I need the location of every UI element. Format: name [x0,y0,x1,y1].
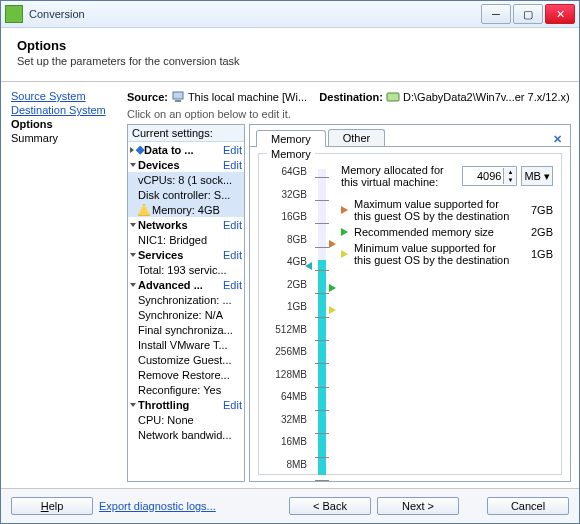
svg-rect-2 [387,93,399,101]
current-settings-panel: Current settings: ◆ Data to ...EditDevic… [127,124,245,482]
settings-row[interactable]: Advanced ...Edit [128,277,244,292]
page-subtitle: Set up the parameters for the conversion… [17,55,563,67]
settings-row[interactable]: NIC1: Bridged [128,232,244,247]
help-button[interactable]: Help [11,497,93,515]
export-logs-link[interactable]: Export diagnostic logs... [99,500,216,512]
settings-row[interactable]: Synchronization: ... [128,292,244,307]
source-label: Source: [127,91,168,103]
edit-link[interactable]: Edit [223,219,242,231]
edit-link[interactable]: Edit [223,279,242,291]
marker-icon [341,250,348,258]
memory-unit-select[interactable]: MB ▾ [521,166,553,186]
header-pane: Options Set up the parameters for the co… [1,28,579,82]
maximize-button[interactable]: ▢ [513,4,543,24]
page-title: Options [17,38,563,53]
alloc-label: Memory allocated for this virtual machin… [341,164,458,188]
memory-legend: Memory [267,148,315,160]
settings-row[interactable]: CPU: None [128,412,244,427]
back-button[interactable]: < Back [289,497,371,515]
memory-fieldset: Memory 64GB32GB16GB8GB4GB2GB1GB512MB256M… [258,153,562,475]
tab-close-icon[interactable]: ✕ [549,133,566,146]
spin-down[interactable]: ▼ [503,176,516,184]
detail-tabs: Memory Other ✕ [250,125,570,147]
app-icon [5,5,23,23]
marker-current-icon [305,262,312,270]
memory-marker-row: Recommended memory size2GB [341,226,553,238]
memory-marker-row: Maximum value supported for this guest O… [341,198,553,222]
edit-hint: Click on an option below to edit it. [127,108,571,120]
settings-row[interactable]: ThrottlingEdit [128,397,244,412]
destination-value: D:\GabyData2\Win7v...er 7.x/12.x) [403,91,570,103]
nav-options: Options [11,118,123,130]
settings-header: Current settings: [128,125,244,142]
edit-link[interactable]: Edit [223,399,242,411]
settings-row[interactable]: Network bandwid... [128,427,244,442]
settings-row[interactable]: Total: 193 servic... [128,262,244,277]
wizard-nav: Source SystemDestination SystemOptionsSu… [11,88,123,482]
settings-row[interactable]: vCPUs: 8 (1 sock... [128,172,244,187]
settings-row[interactable]: ◆ Data to ...Edit [128,142,244,157]
settings-row[interactable]: Final synchroniza... [128,322,244,337]
marker-min-icon [329,306,336,314]
destination-icon [386,90,400,104]
settings-row[interactable]: Synchronize: N/A [128,307,244,322]
settings-row[interactable]: Install VMware T... [128,337,244,352]
settings-row[interactable]: NetworksEdit [128,217,244,232]
marker-max-icon [329,240,336,248]
settings-row[interactable]: Disk controller: S... [128,187,244,202]
nav-source-system[interactable]: Source System [11,90,123,102]
memory-value-spinner[interactable]: ▲▼ [462,166,517,186]
nav-destination-system[interactable]: Destination System [11,104,123,116]
source-value: This local machine [Wi... [188,91,307,103]
titlebar: Conversion ─ ▢ ✕ [1,1,579,28]
memory-bar[interactable] [315,164,333,480]
conversion-window: Conversion ─ ▢ ✕ Options Set up the para… [0,0,580,524]
settings-row[interactable]: Reconfigure: Yes [128,382,244,397]
marker-icon [341,206,348,214]
svg-rect-0 [173,92,183,99]
memory-marker-row: Minimum value supported for this guest O… [341,242,553,266]
window-title: Conversion [29,8,481,20]
settings-row[interactable]: Remove Restore... [128,367,244,382]
spin-up[interactable]: ▲ [503,168,516,176]
marker-icon [341,228,348,236]
minimize-button[interactable]: ─ [481,4,511,24]
destination-label: Destination: [319,91,383,103]
nav-summary: Summary [11,132,123,144]
settings-row[interactable]: Memory: 4GB [128,202,244,217]
memory-scale: 64GB32GB16GB8GB4GB2GB1GB512MB256MB128MB6… [267,164,307,472]
tab-other[interactable]: Other [328,129,386,146]
close-button[interactable]: ✕ [545,4,575,24]
computer-icon [171,90,185,104]
svg-rect-1 [175,100,181,102]
next-button[interactable]: Next > [377,497,459,515]
tab-memory[interactable]: Memory [256,130,326,147]
source-destination-row: Source: This local machine [Wi... Destin… [127,90,571,104]
settings-row[interactable]: Customize Guest... [128,352,244,367]
edit-link[interactable]: Edit [223,249,242,261]
edit-link[interactable]: Edit [223,144,242,156]
memory-value-input[interactable] [463,170,503,182]
footer: Help Export diagnostic logs... < Back Ne… [1,488,579,523]
cancel-button[interactable]: Cancel [487,497,569,515]
edit-link[interactable]: Edit [223,159,242,171]
marker-recommended-icon [329,284,336,292]
settings-row[interactable]: DevicesEdit [128,157,244,172]
settings-row[interactable]: ServicesEdit [128,247,244,262]
detail-panel: Memory Other ✕ Memory 64GB32GB16GB8GB4GB… [249,124,571,482]
warning-icon [138,204,150,216]
